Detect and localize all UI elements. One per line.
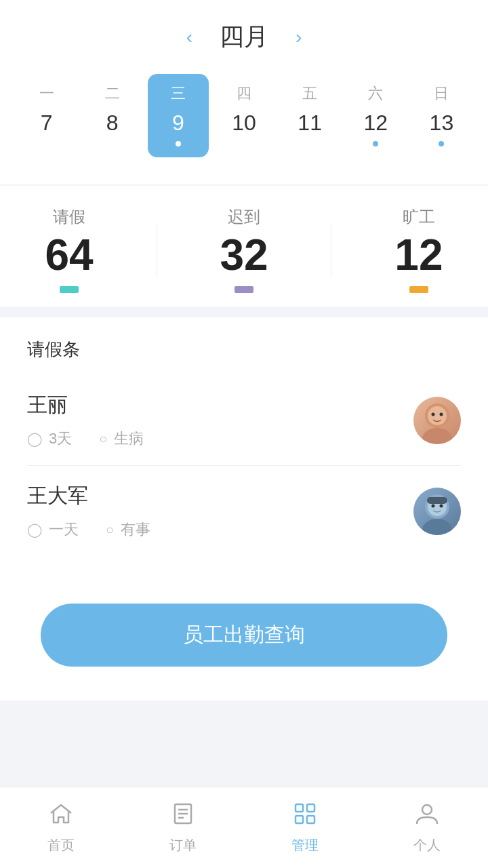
day-cell-10[interactable]: 四10 [214, 74, 274, 157]
reason-item: ○生病 [99, 429, 144, 449]
nav-label: 管理 [291, 836, 319, 854]
next-month-button[interactable]: › [296, 26, 302, 48]
day-cell-7[interactable]: 一7 [16, 74, 77, 157]
calendar-section: ‹ 四月 › 一7二8三9四10五11六12日13 [0, 0, 488, 184]
stat-label: 迟到 [228, 206, 260, 228]
stat-color-bar [235, 286, 253, 293]
nav-label: 首页 [47, 836, 75, 854]
leave-meta: ◯3天○生病 [27, 429, 413, 449]
leave-item[interactable]: 王大军◯一天○有事 [27, 466, 461, 556]
day-number: 13 [430, 111, 454, 136]
svg-rect-8 [427, 497, 447, 504]
stat-number: 64 [45, 233, 93, 277]
duration-value: 一天 [49, 519, 79, 540]
leave-meta: ◯一天○有事 [27, 519, 413, 540]
nav-label: 订单 [169, 836, 197, 854]
duration-item: ◯3天 [27, 429, 72, 449]
day-name: 日 [434, 83, 449, 104]
svg-point-19 [422, 805, 432, 814]
nav-label: 个人 [413, 836, 441, 854]
leave-section: 请假条 王丽◯3天○生病王大军◯一天○有事 [0, 317, 488, 576]
svg-rect-15 [296, 804, 303, 812]
stats-row: 请假64迟到32旷工12 [0, 186, 488, 307]
avatar [413, 397, 461, 444]
leave-info: 王丽◯3天○生病 [27, 391, 413, 449]
leave-name: 王大军 [27, 482, 413, 510]
svg-rect-17 [296, 816, 303, 823]
btn-section: 员工出勤查询 [0, 576, 488, 701]
duration-value: 3天 [49, 429, 72, 449]
day-dot [110, 141, 115, 146]
day-number: 7 [41, 111, 53, 136]
nav-item-订单[interactable]: 订单 [129, 801, 237, 854]
stat-color-bar [409, 286, 428, 293]
stat-label: 旷工 [403, 206, 435, 228]
stat-item-0: 请假64 [45, 206, 93, 293]
svg-point-3 [432, 412, 435, 416]
avatar [413, 488, 461, 535]
grid-icon [292, 801, 318, 832]
day-number: 11 [298, 111, 322, 136]
day-name: 六 [368, 83, 383, 104]
svg-point-4 [440, 412, 443, 416]
prev-month-button[interactable]: ‹ [186, 26, 192, 48]
nav-item-管理[interactable]: 管理 [251, 801, 359, 854]
home-icon [48, 801, 74, 832]
month-title: 四月 [220, 20, 268, 54]
day-dot [373, 141, 378, 146]
day-number: 12 [363, 111, 388, 136]
svg-point-1 [422, 428, 452, 444]
svg-rect-18 [307, 816, 314, 823]
stat-item-2: 旷工12 [394, 206, 443, 293]
week-strip: 一7二8三9四10五11六12日13 [14, 74, 474, 157]
query-btn[interactable]: 员工出勤查询 [41, 604, 447, 667]
person-icon [414, 801, 440, 832]
leave-info: 王大军◯一天○有事 [27, 482, 413, 540]
reason-value: 生病 [114, 429, 144, 449]
stat-item-1: 迟到32 [220, 206, 268, 293]
leave-name: 王丽 [27, 391, 413, 419]
day-name: 二 [105, 83, 120, 104]
list-icon [170, 801, 196, 832]
duration-item: ◯一天 [27, 519, 79, 540]
day-cell-9[interactable]: 三9 [148, 74, 209, 157]
pin-icon: ○ [106, 522, 114, 538]
day-dot [176, 141, 181, 146]
day-cell-11[interactable]: 五11 [279, 74, 340, 157]
day-number: 8 [106, 111, 119, 136]
month-nav: ‹ 四月 › [14, 20, 474, 54]
reason-value: 有事 [121, 519, 150, 540]
clock-icon: ◯ [27, 521, 42, 538]
pin-icon: ○ [99, 431, 107, 447]
stat-number: 32 [220, 233, 268, 277]
svg-point-2 [428, 406, 447, 425]
svg-rect-16 [307, 804, 314, 812]
day-name: 四 [237, 83, 251, 104]
stat-number: 12 [394, 233, 443, 277]
svg-point-10 [440, 504, 443, 507]
svg-point-9 [432, 504, 435, 507]
clock-icon: ◯ [27, 431, 42, 447]
day-name: 五 [302, 83, 317, 104]
day-cell-8[interactable]: 二8 [82, 74, 143, 157]
stat-color-bar [60, 286, 79, 293]
day-number: 9 [172, 111, 184, 136]
day-name: 三 [171, 83, 186, 104]
day-dot [44, 141, 49, 146]
leave-list: 王丽◯3天○生病王大军◯一天○有事 [27, 375, 461, 556]
section-title: 请假条 [27, 338, 461, 361]
nav-item-个人[interactable]: 个人 [373, 801, 481, 854]
stat-divider [157, 222, 157, 277]
reason-item: ○有事 [106, 519, 150, 540]
leave-item[interactable]: 王丽◯3天○生病 [27, 375, 461, 466]
stat-divider [331, 222, 331, 277]
stat-label: 请假 [53, 206, 85, 228]
day-number: 10 [232, 111, 256, 136]
bottom-nav: 首页订单管理个人 [0, 787, 488, 868]
svg-point-6 [422, 519, 452, 535]
day-dot [307, 141, 312, 146]
nav-item-首页[interactable]: 首页 [7, 801, 115, 854]
day-name: 一 [39, 83, 54, 104]
day-cell-12[interactable]: 六12 [345, 74, 406, 157]
day-cell-13[interactable]: 日13 [411, 74, 472, 157]
